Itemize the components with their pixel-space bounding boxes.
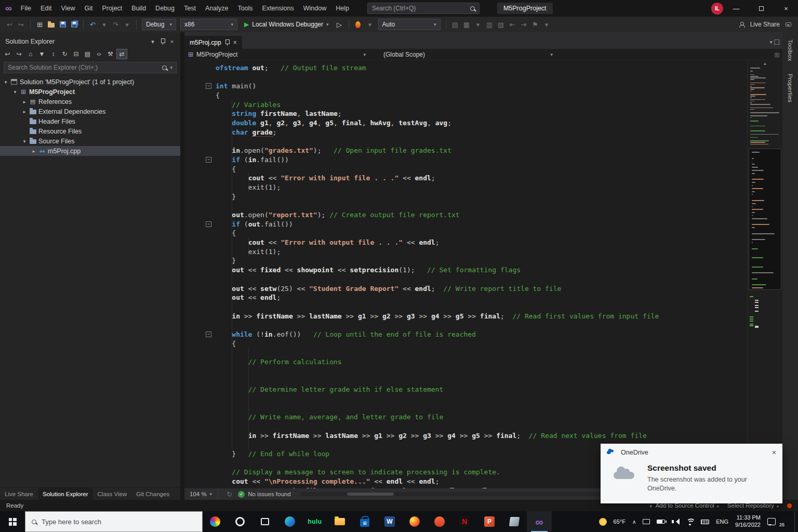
menu-test[interactable]: Test xyxy=(179,3,201,14)
code-line[interactable]: while (!in.eof()) // Loop until the end … xyxy=(216,330,747,339)
decrease-indent-icon[interactable]: ⇤ xyxy=(507,19,518,30)
keyboard-icon[interactable] xyxy=(701,520,709,524)
taskbar-app-file-explorer[interactable] xyxy=(327,511,352,532)
feedback-icon[interactable] xyxy=(783,19,794,30)
sync-icon[interactable]: ↻ xyxy=(224,488,235,500)
close-button[interactable]: × xyxy=(774,0,798,17)
code-line[interactable]: // Perform calculations xyxy=(216,357,747,367)
float-window-icon[interactable]: □ xyxy=(774,37,779,47)
code-line[interactable]: double g1, g2, g3, g4, g5, final, hwAvg,… xyxy=(216,118,747,128)
menu-window[interactable]: Window xyxy=(299,3,331,14)
output-window-icon[interactable]: ▦ xyxy=(461,19,472,30)
taskbar-app-brave[interactable] xyxy=(427,511,452,532)
taskbar-app-store[interactable]: ⊞ xyxy=(352,511,377,532)
save-icon[interactable] xyxy=(57,19,68,30)
menu-project[interactable]: Project xyxy=(97,3,127,14)
undo-caret-icon[interactable]: ▾ xyxy=(99,19,110,30)
zoom-level[interactable]: 104 % xyxy=(190,491,207,497)
panel-splitter[interactable] xyxy=(180,32,184,500)
code-line[interactable]: out << fixed << showpoint << setprecisio… xyxy=(216,265,747,275)
fold-marker[interactable]: − xyxy=(206,331,211,337)
tab-properties[interactable]: Properties xyxy=(787,74,793,102)
scope-nav-dropdown[interactable]: (Global Scope) ▾ xyxy=(380,49,556,60)
profiler-flame-icon[interactable] xyxy=(353,19,364,30)
code-line[interactable] xyxy=(216,403,747,413)
notification-dot-icon[interactable] xyxy=(787,503,792,508)
bottom-tab-class-view[interactable]: Class View xyxy=(93,488,132,500)
code-line[interactable]: out << endl; xyxy=(216,293,747,302)
code-line[interactable]: // Determine letter grade with if else s… xyxy=(216,385,747,394)
pin-icon[interactable] xyxy=(160,38,165,45)
menu-help[interactable]: Help xyxy=(331,3,354,14)
code-line[interactable]: } xyxy=(216,192,747,202)
panel-menu-icon[interactable]: ▾ xyxy=(149,38,157,45)
watch-dropdown[interactable]: Auto▾ xyxy=(378,19,441,30)
menu-analyze[interactable]: Analyze xyxy=(201,3,233,14)
save-all-icon[interactable] xyxy=(69,19,79,30)
code-lines[interactable]: ofstream out; // Output file stream int … xyxy=(184,63,747,488)
open-file-icon[interactable] xyxy=(46,19,57,30)
close-notification-icon[interactable]: × xyxy=(772,448,776,457)
show-desktop-button[interactable] xyxy=(794,511,795,532)
code-line[interactable] xyxy=(216,201,747,210)
refresh-icon[interactable]: ↻ xyxy=(59,49,70,59)
tree-item-solution-m5progproject-1-of-1-project[interactable]: ▾Solution 'M5ProgProject' (1 of 1 projec… xyxy=(0,77,180,87)
tree-item-m5progproject[interactable]: ▾⊞M5ProgProject xyxy=(0,87,180,97)
weather-icon[interactable] xyxy=(599,518,607,526)
code-line[interactable] xyxy=(216,321,747,330)
menu-git[interactable]: Git xyxy=(79,3,97,14)
project-nav-dropdown[interactable]: ⊞ M5ProgProject ▾ xyxy=(184,49,369,60)
fold-marker[interactable]: − xyxy=(206,157,211,163)
start-debugging-button[interactable]: ▶ Local Windows Debugger ▾ xyxy=(240,19,333,30)
bookmark-menu-icon[interactable]: ▾ xyxy=(541,19,552,30)
platform-dropdown[interactable]: x86▾ xyxy=(180,19,237,30)
code-line[interactable]: char grade; xyxy=(216,128,747,137)
code-line[interactable]: if (out.fail()) xyxy=(216,220,747,229)
code-line[interactable]: // Variables xyxy=(216,100,747,110)
code-line[interactable] xyxy=(216,348,747,357)
code-line[interactable] xyxy=(216,73,747,82)
clock[interactable]: 11:33 PM 9/16/2022 xyxy=(735,514,761,529)
code-line[interactable]: cout << "Error with input file . . ." <<… xyxy=(216,174,747,183)
diagram-icon[interactable]: ▧ xyxy=(496,19,507,30)
code-line[interactable] xyxy=(216,394,747,404)
tree-item-resource-files[interactable]: Resource Files xyxy=(0,126,180,136)
taskbar-app-netflix[interactable]: N xyxy=(452,511,477,532)
code-editor[interactable]: ofstream out; // Output file stream int … xyxy=(184,60,782,488)
code-line[interactable]: int main() xyxy=(216,82,747,91)
menu-extensions[interactable]: Extensions xyxy=(258,3,299,14)
account-avatar[interactable]: IL xyxy=(711,3,723,15)
volume-icon[interactable] xyxy=(672,518,679,525)
navigate-backward-icon[interactable]: ↩ xyxy=(4,19,15,30)
code-line[interactable]: ofstream out; // Output file stream xyxy=(216,63,747,73)
code-line[interactable]: if (in.fail()) xyxy=(216,155,747,165)
toggle-bookmark-icon[interactable]: ⚑ xyxy=(530,19,541,30)
bottom-tab-solution-explorer[interactable]: Solution Explorer xyxy=(38,488,93,500)
close-panel-icon[interactable]: × xyxy=(168,38,176,45)
redo-icon[interactable]: ↷ xyxy=(110,19,121,30)
taskbar-app-opera[interactable] xyxy=(228,511,252,532)
bottom-tab-git-changes[interactable]: Git Changes xyxy=(131,488,174,500)
code-line[interactable] xyxy=(216,422,747,431)
columns-icon[interactable]: ▥ xyxy=(484,19,495,30)
preview-code-icon[interactable]: ‹› xyxy=(94,49,104,59)
tree-item-references[interactable]: ▸▤References xyxy=(0,97,180,107)
scrollbar-thumb[interactable] xyxy=(347,493,394,496)
new-project-icon[interactable]: ⊞ xyxy=(34,19,45,30)
menu-view[interactable]: View xyxy=(57,3,80,14)
redo-caret-icon[interactable]: ▾ xyxy=(122,19,132,30)
code-line[interactable]: exit(1); xyxy=(216,247,747,257)
network-icon[interactable] xyxy=(686,518,694,525)
weather-temp[interactable]: 65°F xyxy=(614,518,626,525)
taskbar-app-powerpoint[interactable]: P xyxy=(477,511,502,532)
solution-search-box[interactable]: Search Solution Explorer (Ctrl+;) ▾ xyxy=(4,62,177,73)
health-check-icon[interactable]: ✓ xyxy=(238,491,245,498)
code-line[interactable]: exit(1); xyxy=(216,183,747,192)
tab-list-chevron-icon[interactable]: ▾ xyxy=(770,39,773,45)
tree-item-external-dependencies[interactable]: ▸External Dependencies xyxy=(0,107,180,116)
taskbar-search-box[interactable]: Type here to search xyxy=(25,511,203,532)
bottom-tab-live-share[interactable]: Live Share xyxy=(0,488,38,500)
code-line[interactable] xyxy=(216,376,747,385)
menu-edit[interactable]: Edit xyxy=(36,3,57,14)
code-line[interactable]: { xyxy=(216,91,747,100)
